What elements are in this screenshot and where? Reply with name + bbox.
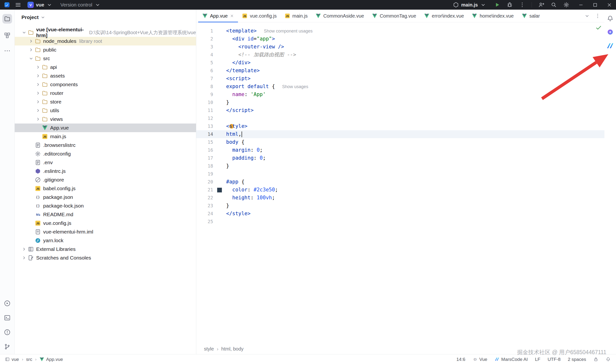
tree-item-app-vue[interactable]: App.vue	[15, 124, 196, 132]
line-number[interactable]: 22	[196, 194, 213, 202]
line-number[interactable]: 14	[196, 130, 213, 138]
status-notifications-widget[interactable]	[606, 357, 611, 362]
run-button[interactable]	[494, 2, 500, 8]
code-line-3[interactable]: 3 <router-view />	[196, 43, 604, 51]
code-line-14[interactable]: 14html,	[196, 130, 604, 138]
window-close-button[interactable]	[607, 2, 612, 8]
ai-assistant-button[interactable]	[607, 28, 614, 36]
project-tool-button[interactable]	[2, 14, 12, 24]
search-everywhere-button[interactable]	[551, 2, 557, 8]
line-number[interactable]: 25	[196, 218, 213, 226]
editor-tab-main-js[interactable]: JSmain.js	[281, 10, 311, 22]
line-number[interactable]: 20	[196, 178, 213, 186]
line-number[interactable]: 4	[196, 51, 213, 59]
tab-options-button[interactable]	[595, 13, 601, 19]
tree-item-scratches-and-consoles[interactable]: Scratches and Consoles	[15, 254, 196, 262]
main-menu-button[interactable]	[15, 2, 21, 8]
code-line-11[interactable]: 11</script>	[196, 106, 604, 114]
gutter[interactable]	[213, 67, 226, 75]
gutter[interactable]	[213, 43, 226, 51]
caret-position-widget[interactable]: 14:6	[456, 357, 465, 362]
tree-item-views[interactable]: views	[15, 115, 196, 124]
line-number[interactable]: 7	[196, 75, 213, 83]
gutter[interactable]	[213, 106, 226, 114]
terminal-tool-button[interactable]	[4, 314, 11, 321]
status-path-file[interactable]: App.vue	[39, 357, 63, 362]
code-line-10[interactable]: 10}	[196, 98, 604, 106]
code-line-7[interactable]: 7<script>	[196, 75, 604, 83]
line-number[interactable]: 13	[196, 122, 213, 130]
line-number[interactable]: 3	[196, 43, 213, 51]
breadcrumb-selector[interactable]: html, body	[221, 346, 243, 352]
gutter[interactable]	[213, 178, 226, 186]
tree-item-editorconfig[interactable]: .editorconfig	[15, 150, 196, 158]
code-line-6[interactable]: 6</template>	[196, 67, 604, 75]
line-number[interactable]: 1	[196, 27, 213, 35]
code-with-me-button[interactable]	[538, 2, 544, 8]
editor-tab-vue-config-js[interactable]: JSvue.config.js	[238, 10, 280, 22]
filetype-widget[interactable]: {} Vue	[473, 357, 487, 362]
run-tool-button[interactable]	[4, 300, 11, 307]
tree-item-babel-config-js[interactable]: JSbabel.config.js	[15, 184, 196, 193]
readonly-lock-widget[interactable]	[593, 357, 598, 362]
git-tool-button[interactable]	[4, 343, 11, 350]
tree-item-router[interactable]: router	[15, 89, 196, 98]
line-number[interactable]: 17	[196, 154, 213, 162]
code-line-22[interactable]: 22 height: 100vh;	[196, 194, 604, 202]
code-line-25[interactable]: 25	[196, 218, 604, 226]
code-line-15[interactable]: 15body {	[196, 138, 604, 146]
window-maximize-button[interactable]	[592, 2, 598, 8]
gutter[interactable]	[213, 114, 226, 122]
code-line-20[interactable]: 20#app {	[196, 178, 604, 186]
tree-item-vue-config-js[interactable]: JSvue.config.js	[15, 219, 196, 228]
more-actions-button[interactable]	[519, 2, 525, 8]
encoding-widget[interactable]: UTF-8	[547, 357, 560, 362]
tree-item-vue-vue-elementui-hrm[interactable]: vue [vue-elementui-hrm]D:\实训\14-SpringBo…	[15, 28, 196, 37]
marscode-ai-widget[interactable]: MarsCode AI	[494, 357, 528, 362]
more-tool-windows-button[interactable]	[4, 47, 11, 54]
structure-tool-button[interactable]	[4, 32, 11, 39]
tree-item-package-json[interactable]: {}package.json	[15, 193, 196, 202]
tree-item-vue-elementui-hrm-iml[interactable]: vue-elementui-hrm.iml	[15, 228, 196, 236]
debug-button[interactable]	[506, 2, 513, 8]
code-line-18[interactable]: 18}	[196, 162, 604, 170]
close-tab-button[interactable]	[230, 14, 234, 18]
settings-button[interactable]	[563, 2, 570, 8]
line-number[interactable]: 5	[196, 59, 213, 67]
code-line-16[interactable]: 16 margin: 0;	[196, 146, 604, 154]
tree-item-main-js[interactable]: JSmain.js	[15, 132, 196, 141]
tree-item-gitignore[interactable]: .gitignore	[15, 176, 196, 184]
line-number[interactable]: 12	[196, 114, 213, 122]
line-number[interactable]: 11	[196, 106, 213, 114]
indent-widget[interactable]: 2 spaces	[568, 357, 586, 362]
gutter[interactable]	[213, 130, 226, 138]
tree-item-external-libraries[interactable]: External Libraries	[15, 245, 196, 254]
gutter[interactable]	[213, 146, 226, 154]
code-line-1[interactable]: 1<template>Show component usages	[196, 27, 604, 35]
line-number[interactable]: 10	[196, 98, 213, 106]
project-panel-header[interactable]: Project	[15, 10, 196, 25]
problems-tool-button[interactable]	[4, 329, 11, 336]
tree-item-store[interactable]: store	[15, 98, 196, 106]
tree-item-utils[interactable]: utils	[15, 106, 196, 115]
app-logo-icon[interactable]	[4, 2, 10, 8]
code-line-21[interactable]: 21 color: #2c3e50;	[196, 186, 604, 194]
editor[interactable]: 1<template>Show component usages2 <div i…	[196, 22, 604, 344]
gutter[interactable]	[213, 122, 226, 130]
window-minimize-button[interactable]	[578, 2, 584, 8]
gutter[interactable]	[213, 75, 226, 83]
editor-tab-salar[interactable]: salar	[518, 10, 544, 22]
inlay-hint[interactable]: Show component usages	[264, 29, 312, 33]
tree-item-browserslistrc[interactable]: .browserslistrc	[15, 141, 196, 150]
code-view[interactable]: 1<template>Show component usages2 <div i…	[196, 27, 604, 226]
code-line-12[interactable]: 12	[196, 114, 604, 122]
code-line-8[interactable]: 8export default {Show usages	[196, 83, 604, 91]
gutter[interactable]	[213, 98, 226, 106]
tree-item-yarn-lock[interactable]: yarn.lock	[15, 236, 196, 245]
gutter[interactable]	[213, 194, 226, 202]
line-number[interactable]: 21	[196, 186, 213, 194]
line-number[interactable]: 23	[196, 202, 213, 210]
gutter[interactable]	[213, 83, 226, 91]
vcs-widget[interactable]: Version control	[59, 1, 102, 8]
editor-tab-home-index-vue[interactable]: home\index.vue	[468, 10, 518, 22]
